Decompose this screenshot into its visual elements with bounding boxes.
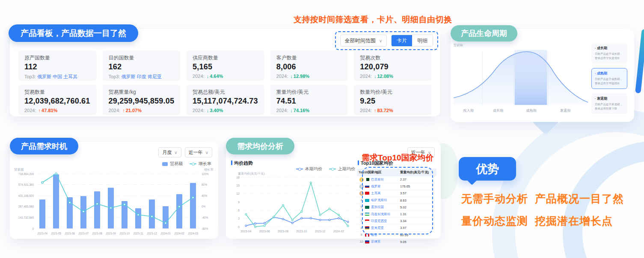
svg-text:贸易额: 贸易额 — [14, 168, 24, 172]
price-value: 5.02 — [398, 204, 436, 211]
trend-section-title: 均价趋势 — [231, 160, 253, 166]
legend-current-period: 本期均价 — [296, 166, 322, 172]
lifecycle-stage-card[interactable]: · 成熟期目标产品处于成熟期，整体趋势呈平稳增长 — [591, 68, 627, 89]
stat-value: 5,165 — [193, 62, 258, 71]
country-link[interactable]: 俄罗斯 — [371, 184, 381, 188]
stat-label: 贸易数量 — [24, 89, 90, 96]
svg-text:2023-04: 2023-04 — [240, 230, 251, 233]
dashboard-title-pill: 产品看板，产品数据一目了然 — [9, 24, 138, 42]
country-link[interactable]: 孟加拉国 — [371, 205, 384, 209]
country-link[interactable]: 印度尼西亚 — [371, 219, 387, 223]
stat-delta: 2024: ↑83.72% — [360, 108, 425, 113]
svg-text:增长率: 增长率 — [204, 168, 214, 172]
avg-price-line-chart: 重量均价(美元/千克)03691215182023-042023-062023-… — [230, 171, 357, 234]
rank-number: 5 — [360, 205, 362, 209]
svg-text:0%: 0% — [202, 205, 206, 208]
table-row[interactable]: 6乌兹别克斯坦1.31 — [357, 211, 436, 217]
flag-icon — [365, 206, 369, 209]
advantage-line-2: 量价动态监测 挖掘潜在增长点 — [461, 214, 613, 228]
medal-icon: 2 — [359, 184, 364, 189]
svg-text:2023-11: 2023-11 — [133, 232, 143, 235]
stats-grid: 原产国数量112Top3: 俄罗斯 中国 土耳其目的国数量162Top3: 俄罗… — [18, 50, 431, 115]
stat-card: 客户数量8,0062024: ↓12.98% — [270, 50, 348, 81]
stat-value: 120,079 — [360, 62, 425, 71]
arrow-down-icon: ↓ — [207, 108, 209, 113]
svg-text:2023-10: 2023-10 — [119, 232, 130, 235]
svg-text:重量均价(美元/千克): 重量均价(美元/千克) — [238, 172, 265, 175]
svg-text:成熟期: 成熟期 — [526, 109, 536, 113]
svg-text:2023-12: 2023-12 — [315, 230, 326, 233]
svg-text:2024-02: 2024-02 — [174, 232, 184, 235]
country-link[interactable]: 哈萨克斯坦 — [371, 198, 387, 202]
arrow-up-icon: ↑ — [122, 108, 125, 113]
table-row[interactable]: 2俄罗斯176.65 — [357, 183, 436, 190]
country-link[interactable]: 巴基斯坦 — [371, 178, 384, 181]
lifecycle-y-label: 贸易额 — [454, 43, 463, 47]
svg-text:2023-12: 2023-12 — [147, 232, 157, 235]
price-value: 8.63 — [398, 197, 436, 204]
price-value: 2.37 — [398, 176, 436, 183]
country-link[interactable]: 俄罗斯 — [122, 74, 136, 79]
column-header-country: Top10国家/地区 — [357, 169, 398, 176]
country-link[interactable]: 菲律宾 — [371, 240, 381, 243]
stat-card: 贸易次数120,0792024: ↓12.08% — [354, 50, 431, 81]
svg-text:287,465,680: 287,465,680 — [18, 205, 34, 208]
stage-title: · 成熟期 — [595, 71, 624, 76]
lifecycle-title-pill: 产品生命周期 — [451, 25, 517, 42]
trend-legend: 本期均价 上期均价 — [296, 166, 355, 172]
country-link[interactable]: 秘鲁 — [371, 233, 377, 237]
flag-icon — [365, 199, 369, 202]
lifecycle-chart: 贸易额 投入期成长期成熟期衰退期 — [453, 41, 589, 118]
stat-label: 贸易次数 — [360, 54, 425, 62]
svg-text:40%: 40% — [202, 194, 207, 197]
legend-growth-rate: 增长率 — [190, 161, 211, 167]
stat-delta: 2024: ↓12.98% — [276, 74, 342, 79]
table-row[interactable]: 3土耳其3.57 — [357, 190, 436, 197]
country-link[interactable]: 土耳其 — [63, 74, 77, 79]
svg-text:80%: 80% — [202, 183, 207, 186]
stat-label: 供应商数量 — [193, 54, 258, 62]
stat-label: 重量均价/美元 — [276, 89, 342, 96]
stat-value: 29,259,945,859.05 — [109, 97, 175, 106]
svg-text:投入期: 投入期 — [463, 109, 473, 113]
frequency-select[interactable]: 月度 ∨ — [158, 147, 181, 157]
toggle-detail-view[interactable]: 明细 — [412, 35, 433, 46]
country-link[interactable]: 肯尼亚 — [148, 74, 162, 79]
table-row[interactable]: 1巴基斯坦2.37 — [357, 176, 436, 183]
svg-text:9: 9 — [238, 201, 240, 204]
svg-text:2023-10: 2023-10 — [296, 230, 307, 233]
svg-text:2024-03: 2024-03 — [188, 232, 198, 235]
stat-card: 重量均价/美元74.512024: ↓74.16% — [270, 85, 348, 115]
arrow-up-icon: ↑ — [374, 108, 377, 113]
svg-text:431,198,520: 431,198,520 — [18, 194, 34, 197]
svg-text:-40%: -40% — [202, 216, 208, 219]
country-link[interactable]: 亚美尼亚 — [371, 226, 384, 230]
table-row[interactable]: 4哈萨克斯坦8.63 — [357, 197, 436, 204]
country-link[interactable]: 俄罗斯 — [37, 74, 51, 79]
top10-country-table: Top10国家/地区 重量均价(美元/千克) 1巴基斯坦2.372俄罗斯176.… — [357, 169, 436, 246]
lifecycle-stage-card[interactable]: · 衰退期目标产品处于衰退期，整体趋势明显下降 — [591, 93, 627, 114]
country-link[interactable]: 土耳其 — [371, 191, 381, 195]
table-row[interactable]: 8亚美尼亚3.97 — [357, 225, 436, 231]
svg-text:衰退期: 衰退期 — [560, 108, 570, 113]
toggle-card-view[interactable]: 卡片 — [392, 35, 412, 46]
table-row[interactable]: 7印度尼西亚3.34 — [357, 218, 436, 225]
table-row[interactable]: 5孟加拉国5.02 — [357, 204, 436, 211]
svg-text:2023-05: 2023-05 — [51, 232, 61, 235]
stage-title: · 衰退期 — [595, 96, 624, 101]
country-link[interactable]: 乌兹别克斯坦 — [371, 212, 390, 216]
arrow-down-icon: ↓ — [374, 74, 377, 79]
flag-icon — [365, 219, 369, 222]
demand-timing-card: 月度 ∨ 近一年 ∨ 贸易额 增长率 贸易额增长率0143,732,840287… — [10, 142, 218, 239]
time-range-select[interactable]: 全部时间范围 ∨ — [340, 35, 387, 47]
filter-annotation: 支持按时间筛选查看，卡片、明细自由切换 — [294, 14, 452, 25]
table-row[interactable]: 10菲律宾9.05 — [357, 238, 436, 245]
lifecycle-stage-labels: 投入期成长期成熟期衰退期 — [463, 108, 570, 113]
top10-table-wrap: Top10国家/地区 重量均价(美元/千克) 1巴基斯坦2.372俄罗斯176.… — [357, 169, 436, 246]
lifecycle-stage-card[interactable]: · 成长期目标产品处于成长期，整体趋势呈快速增长 — [591, 43, 627, 64]
country-link[interactable]: 中国 — [53, 74, 62, 79]
table-row[interactable]: 9秘鲁60.55 — [357, 231, 436, 238]
country-link[interactable]: 印度 — [137, 74, 146, 79]
range-select[interactable]: 近一年 ∨ — [185, 147, 212, 157]
demand-timing-title-pill: 产品需求时机 — [10, 138, 78, 154]
